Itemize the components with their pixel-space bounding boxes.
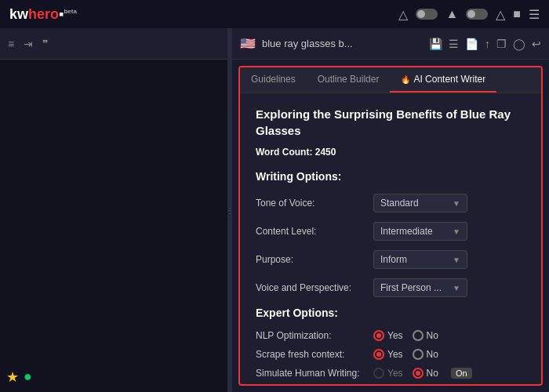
ai-content-panel: Guidelines Outline Builder 🔥AI Content W… [238,66,543,386]
whatsapp-icon[interactable]: ● [24,368,32,386]
logo-beta: beta [64,8,76,15]
simulate-no-label: No [427,368,438,379]
simulate-yes-radio[interactable] [373,368,384,379]
save-icon[interactable]: 💾 [429,38,442,50]
nlp-optimization-row: NLP Optimization: Yes No [256,330,525,341]
voice-perspective-label: Voice and Perspective: [256,282,373,293]
doc-title: blue ray glasses b... [262,38,423,49]
expert-options-section: Expert Options: NLP Optimization: Yes No [256,307,525,379]
toggle-switch-1[interactable] [416,9,438,20]
tone-of-voice-value: Standard [380,198,419,209]
toggle-switch-2[interactable] [466,9,488,20]
content-level-label: Content Level: [256,226,373,237]
warning-icon[interactable]: ■ [513,7,521,21]
voice-perspective-select[interactable]: First Person ... ▼ [373,278,467,297]
file-icon[interactable]: 📄 [465,38,478,50]
purpose-value: Inform [380,254,407,265]
scrape-context-label: Scrape fresh context: [256,349,373,360]
expert-options-label: Expert Options: [256,307,525,319]
nlp-yes-radio[interactable] [373,330,384,341]
tone-of-voice-label: Tone of Voice: [256,198,373,209]
tone-of-voice-select[interactable]: Standard ▼ [373,194,467,212]
nlp-yes-option[interactable]: Yes [373,330,403,341]
nlp-optimization-group: Yes No [373,330,438,341]
purpose-select[interactable]: Inform ▼ [373,250,467,269]
nlp-no-radio[interactable] [413,330,424,341]
voice-perspective-row: Voice and Perspective: First Person ... … [256,278,525,297]
simulate-yes-label: Yes [387,368,403,379]
simulate-human-label: Simulate Human Writing: [256,368,373,379]
logo-kw: kw [9,6,28,22]
bell-icon[interactable]: ▲ [445,7,458,21]
tab-guidelines-label: Guidelines [251,74,296,85]
indent-icon[interactable]: ⇥ [24,38,33,50]
share2-icon[interactable]: ❐ [496,38,507,50]
arrow-icon[interactable]: ↩ [532,38,541,50]
content-level-row: Content Level: Intermediate ▼ [256,222,525,241]
flag-icon: 🇺🇸 [240,36,256,51]
tone-of-voice-row: Tone of Voice: Standard ▼ [256,194,525,212]
purpose-label: Purpose: [256,254,373,265]
star-icon[interactable]: ★ [6,368,19,386]
main-area: ≡ ⇥ ❞ ⋮ 🇺🇸 blue ray glasses b... 💾 ☰ 📄 ↑… [0,28,549,392]
nlp-no-option[interactable]: No [413,330,438,341]
tab-outline-builder[interactable]: Outline Builder [307,67,391,93]
word-count-value: 2450 [315,147,336,158]
right-toolbar-icons: 💾 ☰ 📄 ↑ ❐ ◯ ↩ [429,38,541,50]
article-title: Exploring the Surprising Benefits of Blu… [256,106,525,139]
scrape-context-group: Yes No [373,349,438,360]
left-content [0,60,227,392]
tone-of-voice-arrow: ▼ [453,199,460,208]
nlp-yes-label: Yes [387,330,403,341]
navbar: kwhero▪beta △ ▲ △ ■ ☰ [0,0,549,28]
right-toolbar: 🇺🇸 blue ray glasses b... 💾 ☰ 📄 ↑ ❐ ◯ ↩ [232,28,549,60]
voice-perspective-value: First Person ... [380,282,442,293]
tab-guidelines[interactable]: Guidelines [240,67,307,93]
scrape-yes-option[interactable]: Yes [373,349,403,360]
writing-options-label: Writing Options: [256,170,525,183]
content-level-select[interactable]: Intermediate ▼ [373,222,467,241]
simulate-no-radio[interactable] [413,368,424,379]
ai-tab-icon: 🔥 [401,75,410,84]
purpose-row: Purpose: Inform ▼ [256,250,525,269]
bottom-icons: ★ ● [6,368,32,386]
word-count-label: Word Count: [256,147,312,158]
tab-outline-builder-label: Outline Builder [318,74,380,85]
simulate-no-option[interactable]: No [413,368,438,379]
purpose-arrow: ▼ [453,256,460,264]
logo: kwhero▪beta [9,6,77,23]
scrape-no-option[interactable]: No [413,349,438,360]
nlp-optimization-label: NLP Optimization: [256,330,373,341]
right-panel: 🇺🇸 blue ray glasses b... 💾 ☰ 📄 ↑ ❐ ◯ ↩ G… [232,28,549,392]
list-icon[interactable]: ☰ [449,38,459,50]
navbar-right: △ ▲ △ ■ ☰ [398,7,540,22]
ai-body: Exploring the Surprising Benefits of Blu… [240,93,541,384]
simulate-human-row: Simulate Human Writing: Yes No On [256,368,525,379]
scrape-no-label: No [427,349,438,360]
simulate-human-group: Yes No On [373,368,472,379]
scrape-yes-radio[interactable] [373,349,384,360]
scrape-yes-label: Yes [387,349,403,360]
tab-ai-content-writer-label: AI Content Writer [413,74,485,85]
share-icon[interactable]: ↑ [485,38,490,50]
on-badge: On [451,368,472,379]
tab-ai-content-writer[interactable]: 🔥AI Content Writer [390,67,496,93]
word-count: Word Count: 2450 [256,147,525,158]
nlp-no-label: No [427,330,438,341]
wp-icon[interactable]: ◯ [513,38,525,50]
list-icon[interactable]: ≡ [8,38,14,50]
content-level-value: Intermediate [380,226,433,237]
simulate-yes-option[interactable]: Yes [373,368,403,379]
scrape-no-radio[interactable] [413,349,424,360]
content-level-arrow: ▼ [453,227,460,236]
notification-icon[interactable]: △ [496,7,505,22]
menu-icon[interactable]: ☰ [529,7,540,22]
left-toolbar: ≡ ⇥ ❞ [0,28,227,60]
tabs: Guidelines Outline Builder 🔥AI Content W… [240,67,541,93]
quote-icon[interactable]: ❞ [42,38,49,50]
scrape-context-row: Scrape fresh context: Yes No [256,349,525,360]
left-panel: ≡ ⇥ ❞ [0,28,227,392]
logo-hero: hero [28,6,59,22]
voice-perspective-arrow: ▼ [453,284,460,292]
person-icon[interactable]: △ [398,7,408,22]
